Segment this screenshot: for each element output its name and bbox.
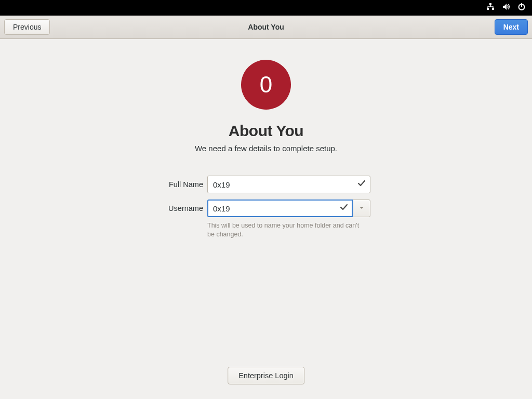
network-icon[interactable]: [486, 3, 495, 13]
username-hint: This will be used to name your home fold…: [207, 221, 363, 239]
user-details-form: Full Name Username This will be used to …: [162, 176, 370, 239]
power-icon[interactable]: [517, 3, 526, 13]
svg-rect-2: [492, 8, 494, 10]
username-input-row: [207, 200, 370, 217]
previous-button[interactable]: Previous: [4, 19, 50, 35]
fullname-label: Full Name: [162, 180, 203, 189]
fullname-input-wrap: [207, 176, 370, 193]
system-top-bar: [0, 0, 532, 16]
svg-rect-4: [521, 3, 522, 7]
username-input[interactable]: [207, 200, 353, 217]
username-label: Username: [162, 204, 203, 212]
avatar[interactable]: 0: [241, 60, 291, 110]
fullname-input[interactable]: [207, 176, 370, 193]
header-bar: Previous About You Next: [0, 16, 532, 39]
content-area: 0 About You We need a few details to com…: [0, 39, 532, 239]
footer: Enterprise Login: [228, 367, 304, 384]
page-title: About You: [229, 122, 303, 140]
svg-rect-0: [489, 3, 491, 5]
avatar-initial: 0: [260, 72, 272, 98]
svg-rect-1: [487, 8, 489, 10]
next-button[interactable]: Next: [495, 19, 528, 35]
enterprise-login-button[interactable]: Enterprise Login: [228, 367, 304, 384]
chevron-down-icon: [358, 204, 365, 213]
header-title: About You: [248, 23, 284, 31]
username-dropdown-button[interactable]: [353, 200, 370, 217]
volume-icon[interactable]: [502, 3, 510, 13]
page-subtitle: We need a few details to complete setup.: [195, 144, 337, 153]
